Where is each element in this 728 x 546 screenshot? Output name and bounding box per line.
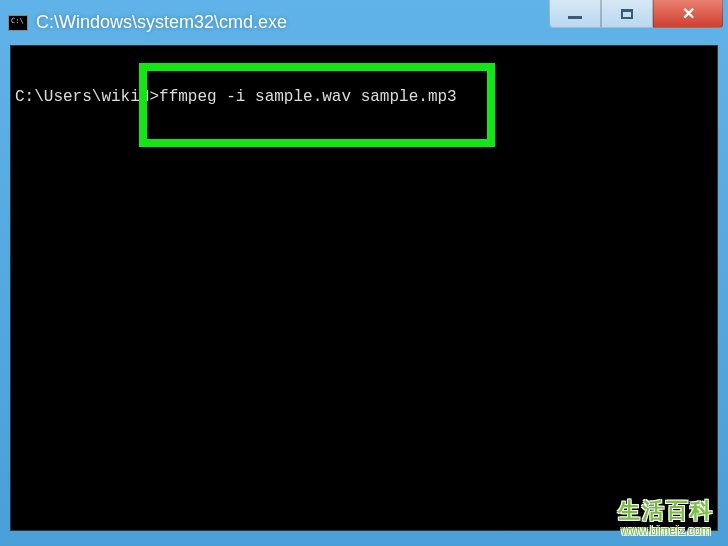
window-title: C:\Windows\system32\cmd.exe [36, 12, 287, 33]
titlebar[interactable]: C:\ C:\Windows\system32\cmd.exe ✕ [0, 0, 728, 45]
watermark: 生活百科 www.bimeiz.com [618, 496, 714, 538]
cmd-window: C:\ C:\Windows\system32\cmd.exe ✕ C:\Use… [0, 0, 728, 546]
minimize-button[interactable] [549, 0, 601, 28]
cmd-icon: C:\ [8, 15, 28, 31]
cmd-icon-text: C:\ [11, 18, 24, 25]
window-controls: ✕ [549, 0, 723, 28]
close-icon: ✕ [682, 4, 695, 23]
minimize-icon [568, 16, 582, 19]
command-line: C:\Users\wikiH>ffmpeg -i sample.wav samp… [11, 86, 717, 108]
watermark-url: www.bimeiz.com [618, 524, 714, 538]
maximize-icon [621, 9, 633, 19]
terminal-output[interactable]: C:\Users\wikiH>ffmpeg -i sample.wav samp… [10, 45, 718, 531]
close-button[interactable]: ✕ [653, 0, 723, 28]
prompt-text: C:\Users\wikiH> [15, 88, 159, 106]
command-text: ffmpeg -i sample.wav sample.mp3 [159, 88, 457, 106]
maximize-button[interactable] [601, 0, 653, 28]
watermark-title: 生活百科 [618, 496, 714, 526]
